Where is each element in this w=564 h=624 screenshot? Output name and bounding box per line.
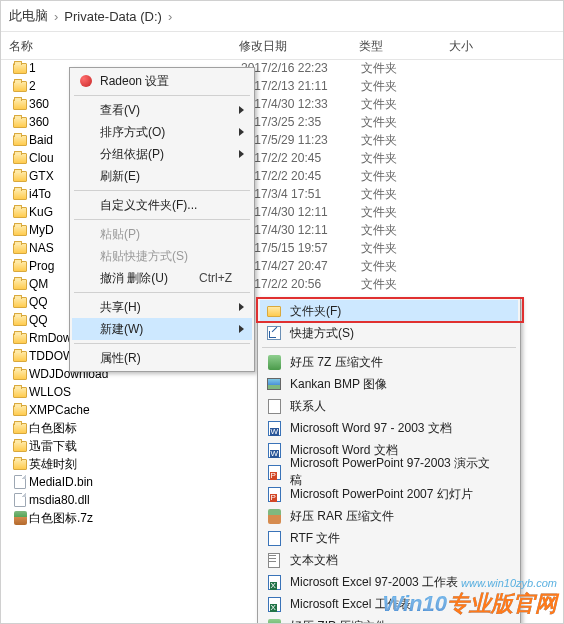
watermark-brand: Win10专业版官网 (382, 589, 557, 619)
folder-icon (11, 225, 29, 236)
submenu-label: Microsoft PowerPoint 2007 幻灯片 (290, 486, 473, 503)
folder-icon (11, 261, 29, 272)
submenu-item[interactable]: 联系人 (260, 395, 518, 417)
ctx-label: 排序方式(O) (100, 124, 165, 141)
submenu-item[interactable]: RTF 文件 (260, 527, 518, 549)
file-name: WLLOS (29, 385, 241, 399)
file-date: 2017/4/30 12:33 (241, 97, 361, 111)
mini-contact-icon (266, 398, 282, 414)
breadcrumb-part[interactable]: 此电脑 (9, 7, 48, 25)
chevron-right-icon: › (168, 9, 172, 24)
ctx-label: 查看(V) (100, 102, 140, 119)
file-type: 文件夹 (361, 276, 451, 293)
submenu-item[interactable]: Microsoft Word 97 - 2003 文档 (260, 417, 518, 439)
chevron-right-icon (239, 128, 244, 136)
separator (74, 95, 250, 96)
watermark-url: www.win10zyb.com (382, 577, 557, 589)
mini-doc-icon (266, 442, 282, 458)
mini-folder-icon (266, 303, 282, 319)
submenu-item[interactable]: 好压 RAR 压缩文件 (260, 505, 518, 527)
file-date: 2017/2/13 21:11 (241, 79, 361, 93)
ctx-view[interactable]: 查看(V) (72, 99, 252, 121)
file-type: 文件夹 (361, 240, 451, 257)
file-name: MediaID.bin (29, 475, 241, 489)
separator (74, 190, 250, 191)
ctx-new[interactable]: 新建(W) (72, 318, 252, 340)
file-name: msdia80.dll (29, 493, 241, 507)
file-type: 文件夹 (361, 114, 451, 131)
submenu-item[interactable]: 文件夹(F) (260, 300, 518, 322)
file-date: 2017/2/2 20:45 (241, 169, 361, 183)
breadcrumb[interactable]: 此电脑 › Private-Data (D:) › (1, 1, 563, 32)
ctx-customize[interactable]: 自定义文件夹(F)... (72, 194, 252, 216)
folder-icon (11, 369, 29, 380)
submenu-label: 文件夹(F) (290, 303, 341, 320)
column-size[interactable]: 大小 (449, 38, 555, 55)
ctx-properties[interactable]: 属性(R) (72, 347, 252, 369)
file-type: 文件夹 (361, 150, 451, 167)
column-name[interactable]: 名称 (9, 38, 239, 55)
folder-icon (11, 243, 29, 254)
submenu-item[interactable]: 快捷方式(S) (260, 322, 518, 344)
submenu-item[interactable]: 好压 7Z 压缩文件 (260, 351, 518, 373)
folder-icon (11, 189, 29, 200)
ctx-undo[interactable]: 撤消 删除(U) Ctrl+Z (72, 267, 252, 289)
file-type: 文件夹 (361, 132, 451, 149)
chevron-right-icon (239, 303, 244, 311)
folder-icon (11, 99, 29, 110)
file-date: 2017/5/29 11:23 (241, 133, 361, 147)
file-date: 2017/4/30 12:11 (241, 205, 361, 219)
file-type: 文件夹 (361, 258, 451, 275)
folder-icon (11, 459, 29, 470)
file-name: 迅雷下载 (29, 438, 241, 455)
ctx-label: 分组依据(P) (100, 146, 164, 163)
ctx-sort[interactable]: 排序方式(O) (72, 121, 252, 143)
folder-icon (11, 297, 29, 308)
submenu-item[interactable]: Microsoft PowerPoint 97-2003 演示文稿 (260, 461, 518, 483)
column-date[interactable]: 修改日期 (239, 38, 359, 55)
column-headers: 名称 修改日期 类型 大小 (1, 32, 563, 60)
chevron-right-icon (239, 106, 244, 114)
radeon-icon (80, 75, 92, 87)
mini-bmp-icon (266, 376, 282, 392)
submenu-label: 好压 RAR 压缩文件 (290, 508, 394, 525)
folder-icon (11, 423, 29, 434)
submenu-item[interactable]: Kankan BMP 图像 (260, 373, 518, 395)
file-date: 2017/3/25 2:35 (241, 115, 361, 129)
file-date: 2017/5/15 19:57 (241, 241, 361, 255)
submenu-label: 联系人 (290, 398, 326, 415)
chevron-right-icon: › (54, 9, 58, 24)
breadcrumb-part[interactable]: Private-Data (D:) (64, 9, 162, 24)
ctx-radeon[interactable]: Radeon 设置 (72, 70, 252, 92)
file-name: XMPCache (29, 403, 241, 417)
rar-icon (11, 511, 29, 525)
ctx-label: 新建(W) (100, 321, 143, 338)
file-type: 文件夹 (361, 96, 451, 113)
file-type: 文件夹 (361, 168, 451, 185)
mini-rtf-icon (266, 530, 282, 546)
ctx-label: 属性(R) (100, 350, 141, 367)
ctx-label: 自定义文件夹(F)... (100, 197, 197, 214)
submenu-item[interactable]: Microsoft PowerPoint 2007 幻灯片 (260, 483, 518, 505)
mini-zip-icon (266, 354, 282, 370)
file-date: 2017/2/2 20:45 (241, 151, 361, 165)
folder-icon (11, 351, 29, 362)
file-type: 文件夹 (361, 186, 451, 203)
column-type[interactable]: 类型 (359, 38, 449, 55)
file-date: 2017/2/16 22:23 (241, 61, 361, 75)
folder-icon (11, 117, 29, 128)
submenu-item[interactable]: 文本文档 (260, 549, 518, 571)
folder-icon (11, 405, 29, 416)
submenu-label: Microsoft Word 97 - 2003 文档 (290, 420, 452, 437)
folder-icon (11, 387, 29, 398)
folder-icon (11, 207, 29, 218)
file-type: 文件夹 (361, 78, 451, 95)
ctx-group[interactable]: 分组依据(P) (72, 143, 252, 165)
file-name: 英雄时刻 (29, 456, 241, 473)
mini-doc-icon (266, 464, 282, 480)
file-name: 白色图标.7z (29, 510, 241, 527)
separator (74, 219, 250, 220)
ctx-refresh[interactable]: 刷新(E) (72, 165, 252, 187)
folder-icon (11, 153, 29, 164)
ctx-share[interactable]: 共享(H) (72, 296, 252, 318)
